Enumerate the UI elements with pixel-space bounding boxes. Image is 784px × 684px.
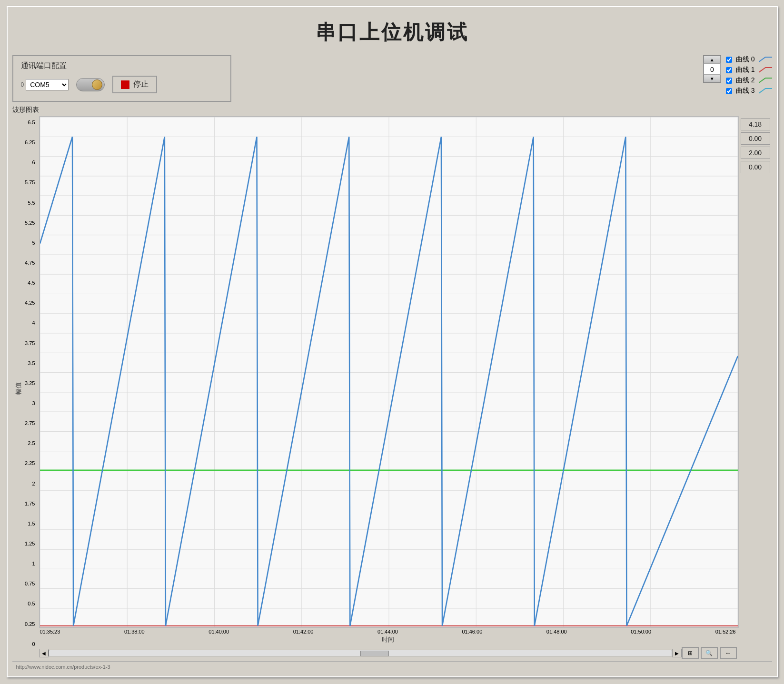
grid-tool-button[interactable]: ⊞ xyxy=(682,647,699,659)
x-axis-label: 时间 xyxy=(39,635,772,644)
page-title: 串口上位机调试 xyxy=(12,12,772,55)
bottom-bar: ◀ ▶ ⊞ 🔍 ↔ xyxy=(39,646,772,660)
scroll-right-button[interactable]: ▶ xyxy=(672,649,682,657)
curve-1-icon xyxy=(759,67,772,73)
port-config-box: 通讯端口配置 0 COM5 COM1 COM2 COM3 COM4 COM6 xyxy=(12,55,231,102)
counter-value: 0 xyxy=(704,63,721,75)
curve-2-icon xyxy=(759,77,772,84)
curve-1-checkbox[interactable] xyxy=(726,67,732,73)
curve-3-icon xyxy=(759,88,772,94)
x-tick-3: 01:42:00 xyxy=(293,629,314,634)
stop-button[interactable]: 停止 xyxy=(112,76,157,93)
curve-0-icon xyxy=(759,56,772,63)
curve-2-label: 曲线 2 xyxy=(736,76,755,85)
pan-tool-button[interactable]: ↔ xyxy=(720,647,737,659)
x-tick-8: 01:52:26 xyxy=(715,629,736,634)
curve-row-3: 曲线 3 xyxy=(726,87,772,95)
stop-icon xyxy=(121,80,129,89)
status-bar: http://www.nidoc.com.cn/products/ex-1-3 xyxy=(12,661,772,672)
x-tick-4: 01:44:00 xyxy=(377,629,398,634)
x-tick-6: 01:48:00 xyxy=(546,629,567,634)
scroll-left-button[interactable]: ◀ xyxy=(39,649,49,657)
x-tick-2: 01:40:00 xyxy=(208,629,229,634)
curve-1-label: 曲线 1 xyxy=(736,66,755,74)
y-axis-label: 幅值 xyxy=(14,382,23,395)
com-index-label: 0 xyxy=(21,81,24,88)
curve-row-0: 曲线 0 xyxy=(726,55,772,64)
com-select[interactable]: COM5 COM1 COM2 COM3 COM4 COM6 xyxy=(26,79,69,90)
right-panel: ▲ 0 ▼ 曲线 0 曲线 1 xyxy=(703,55,772,95)
value-box-1: 0.00 xyxy=(741,132,770,145)
scrollbar-track[interactable] xyxy=(49,650,672,656)
zoom-tool-button[interactable]: 🔍 xyxy=(701,647,718,659)
chart-area xyxy=(39,116,739,628)
waveform-section: 波形图表 幅值 6.5 6.25 6 5.75 5.5 5.25 5 4.75 … xyxy=(12,106,772,660)
port-controls: 0 COM5 COM1 COM2 COM3 COM4 COM6 停止 xyxy=(21,76,221,93)
curve-row-2: 曲线 2 xyxy=(726,76,772,85)
status-text: http://www.nidoc.com.cn/products/ex-1-3 xyxy=(16,664,110,670)
x-tick-1: 01:38:00 xyxy=(124,629,145,634)
x-tick-7: 01:50:00 xyxy=(631,629,651,634)
waveform-label: 波形图表 xyxy=(12,106,772,114)
curve-3-label: 曲线 3 xyxy=(736,87,755,95)
curve-0-checkbox[interactable] xyxy=(726,57,732,63)
curve-2-checkbox[interactable] xyxy=(726,78,732,84)
curve-3-checkbox[interactable] xyxy=(726,88,732,94)
port-config-title: 通讯端口配置 xyxy=(21,61,221,71)
value-box-2: 2.00 xyxy=(741,147,770,159)
top-row: 通讯端口配置 0 COM5 COM1 COM2 COM3 COM4 COM6 xyxy=(12,55,772,102)
curve-0-label: 曲线 0 xyxy=(736,55,755,64)
stop-label: 停止 xyxy=(133,79,149,89)
x-tick-0: 01:35:23 xyxy=(40,629,60,634)
scrollbar-thumb[interactable] xyxy=(360,651,389,656)
x-tick-5: 01:46:00 xyxy=(462,629,482,634)
value-box-3: 0.00 xyxy=(741,161,770,173)
main-window: 串口上位机调试 通讯端口配置 0 COM5 COM1 COM2 COM3 COM… xyxy=(7,6,778,677)
toggle-button[interactable] xyxy=(76,78,105,91)
curve-row-1: 曲线 1 xyxy=(726,66,772,74)
chart-tools: ⊞ 🔍 ↔ xyxy=(682,647,737,659)
counter-down-button[interactable]: ▼ xyxy=(704,75,721,82)
curves-panel: 曲线 0 曲线 1 曲线 2 xyxy=(726,55,772,95)
com-select-wrap: 0 COM5 COM1 COM2 COM3 COM4 COM6 xyxy=(21,79,69,90)
channel-counter: ▲ 0 ▼ xyxy=(703,55,721,83)
value-panel: 4.18 0.00 2.00 0.00 xyxy=(739,116,772,628)
counter-up-button[interactable]: ▲ xyxy=(704,56,721,63)
toggle-knob xyxy=(92,79,102,90)
value-box-0: 4.18 xyxy=(741,118,770,130)
